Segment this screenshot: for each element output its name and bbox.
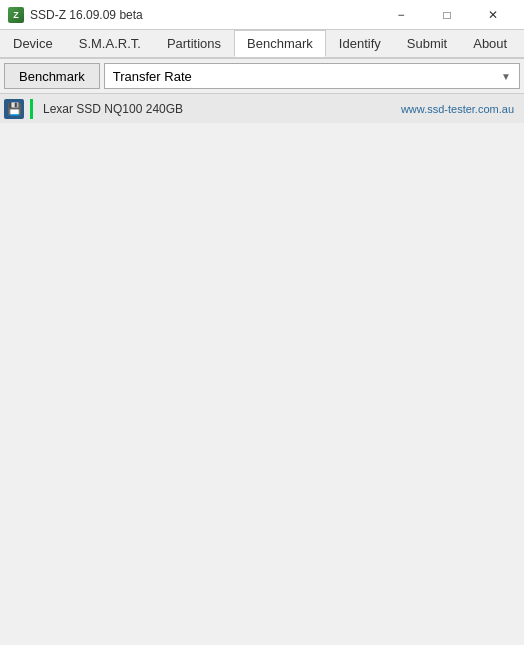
menu-item-smart[interactable]: S.M.A.R.T. — [66, 30, 154, 57]
menu-item-benchmark[interactable]: Benchmark — [234, 30, 326, 57]
window-controls: − □ ✕ — [378, 0, 516, 30]
status-bar: 💾 Lexar SSD NQ100 240GB www.ssd-tester.c… — [0, 93, 524, 123]
menu-item-device[interactable]: Device — [0, 30, 66, 57]
menu-item-identify[interactable]: Identify — [326, 30, 394, 57]
menu-item-submit[interactable]: Submit — [394, 30, 460, 57]
benchmark-button[interactable]: Benchmark — [4, 63, 100, 89]
website-url: www.ssd-tester.com.au — [395, 103, 520, 115]
drive-indicator — [30, 99, 33, 119]
minimize-button[interactable]: − — [378, 0, 424, 30]
window-title: SSD-Z 16.09.09 beta — [30, 8, 378, 22]
bottom-controls: Benchmark Transfer Rate ▼ — [0, 58, 524, 93]
menu-item-partitions[interactable]: Partitions — [154, 30, 234, 57]
transfer-rate-dropdown[interactable]: Transfer Rate ▼ — [104, 63, 520, 89]
dropdown-arrow-icon: ▼ — [501, 71, 511, 82]
title-bar: Z SSD-Z 16.09.09 beta − □ ✕ — [0, 0, 524, 30]
close-button[interactable]: ✕ — [470, 0, 516, 30]
dropdown-value: Transfer Rate — [113, 69, 192, 84]
app-icon: Z — [8, 7, 24, 23]
maximize-button[interactable]: □ — [424, 0, 470, 30]
menu-bar: Device S.M.A.R.T. Partitions Benchmark I… — [0, 30, 524, 58]
drive-label: Lexar SSD NQ100 240GB — [39, 102, 391, 116]
drive-icon: 💾 — [4, 99, 24, 119]
menu-item-about[interactable]: About — [460, 30, 520, 57]
